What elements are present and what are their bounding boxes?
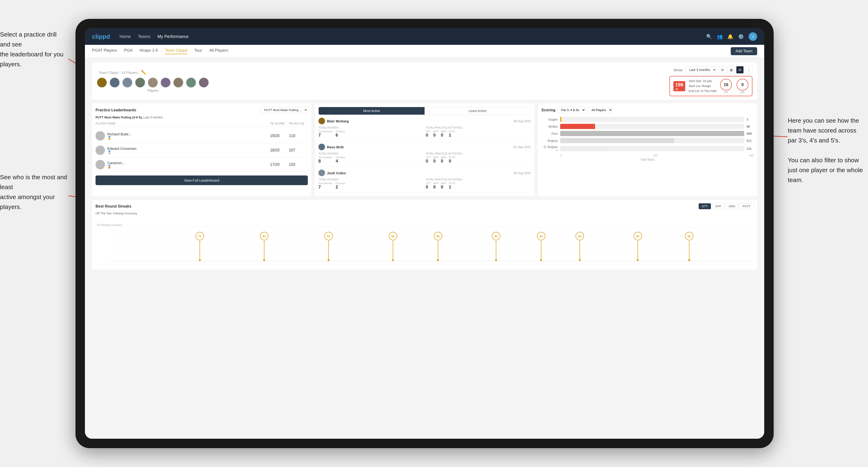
nav-link-teams[interactable]: Teams (138, 34, 151, 39)
player-badge-2: 🥈 (107, 151, 136, 154)
sort-icon[interactable]: ↕ (745, 66, 752, 73)
player-avatar-3 (122, 77, 132, 88)
view-full-leaderboard-button[interactable]: View Full Leaderboard (96, 176, 308, 185)
tablet-frame: clippd Home Teams My Performance 🔍 👥 🔔 ⚙… (75, 19, 774, 448)
activity-header-3: Josh Coles 26 Aug 2023 (318, 169, 531, 176)
navbar: clippd Home Teams My Performance 🔍 👥 🔔 ⚙… (85, 28, 764, 45)
shot-score-badge: 198 sc (673, 81, 685, 91)
player-badge-3: 🥉 (107, 165, 125, 168)
streak-line (638, 240, 638, 259)
practice-col-1: Practice 6 (336, 130, 345, 138)
subnav-allplayers[interactable]: All Players (209, 48, 228, 54)
player-info-1: Richard Butle... 🏅 (96, 131, 270, 141)
streaks-title: Best Round Streaks (96, 204, 131, 209)
streak-circle: 4x (576, 232, 584, 240)
streaks-filter-btns: OTT APP ARG PUTT (699, 203, 753, 209)
streak-circle: 5x (389, 232, 397, 240)
bar-fill-pars (560, 131, 744, 136)
tournament-col-1: Tournament 7 (318, 130, 332, 138)
bar-value-bogeys: 311 (747, 139, 753, 143)
streak-circle: 3x (685, 232, 693, 240)
streak-line (438, 240, 438, 259)
app-col-1: APP 0 (433, 130, 438, 138)
bar-label-birdies: Birdies (541, 125, 558, 128)
streaks-filter-arg[interactable]: ARG (725, 203, 738, 209)
show-label: Show: (673, 68, 683, 72)
streak-circle: 6x (260, 232, 269, 240)
settings-icon[interactable]: ⚙️ (738, 34, 744, 39)
chart-xlabel: Total Shots (541, 158, 753, 161)
nav-link-home[interactable]: Home (120, 34, 131, 39)
bar-container-pars (560, 131, 744, 136)
player-avatar-sm-3 (96, 160, 105, 169)
scoring-filter-pars[interactable]: Par 3, 4 & 5s Par 3s Par 4s Par 5s (558, 107, 586, 113)
player-avatar-sm-2 (96, 146, 105, 155)
bar-row-pars: Pars 499 (541, 131, 753, 136)
leaderboard-row: Richard Butle... 🏅 19/20 110 (96, 129, 308, 143)
scoring-card: Scoring Par 3, 4 & 5s Par 3s Par 4s Par … (538, 103, 757, 196)
least-active-tab[interactable]: Least Active (425, 107, 530, 115)
practice-activities-group-3: Total Practice Activities OTT 0 APP 0 (426, 178, 531, 190)
activity-card: Most Active Least Active Blair McHarg 26… (315, 103, 534, 196)
list-view-icon[interactable]: ▦ (727, 66, 735, 73)
bronze-badge-icon: 🥉 (107, 165, 111, 168)
streaks-points: 7x6x6x5x5x4x4x4x3x3x (110, 219, 753, 261)
grid-view-icon[interactable]: ⊞ (719, 66, 726, 73)
detail-view-icon[interactable]: ⊟ (736, 66, 744, 73)
ott-col-1: OTT 0 (426, 130, 431, 138)
streaks-subtitle: Off The Tee, Fairway Accuracy (96, 212, 753, 215)
avatar[interactable]: U (749, 32, 757, 41)
avg-score-1: 110 (289, 134, 308, 138)
leaderboard-row-2: Edward Crossman 🥈 18/20 107 (96, 143, 308, 158)
rounds-cols-3: Tournament 7 Practice 2 (318, 182, 423, 190)
practice-col-2: Practice 4 (336, 156, 345, 164)
subnav-hcaps[interactable]: Hcaps 1-5 (140, 48, 158, 54)
streak-circle: 7x (195, 232, 204, 240)
subnav-pga[interactable]: PGA (124, 48, 132, 54)
player-avatar-6 (160, 77, 171, 88)
activity-player-row-1: Blair McHarg 26 Aug 2023 Total Rounds To… (318, 115, 531, 141)
subnav-tour[interactable]: Tour (194, 48, 202, 54)
streak-line (580, 240, 580, 259)
subnav-pgat[interactable]: PGAT Players (92, 48, 117, 54)
player-avatar-5 (148, 77, 158, 88)
streak-line (393, 240, 393, 259)
streak-circle: 5x (434, 232, 442, 240)
bar-value-eagles: 3 (747, 118, 753, 121)
rounds-cols-1: Tournament 7 Practice 6 (318, 130, 423, 138)
shot-yds: 16 yds 0 yds (720, 79, 748, 93)
streak-point: 3x (685, 232, 693, 261)
streaks-filter-putt[interactable]: PUTT (739, 203, 753, 209)
streak-line (496, 240, 496, 259)
people-icon[interactable]: 👥 (717, 34, 723, 39)
bell-icon[interactable]: 🔔 (727, 34, 733, 39)
nav-link-myperformance[interactable]: My Performance (158, 34, 189, 39)
streak-point: 6x (260, 232, 269, 261)
nav-links: Home Teams My Performance (120, 34, 706, 39)
activity-avatar-2 (318, 144, 325, 150)
streak-point: 5x (389, 232, 397, 261)
tablet-screen: clippd Home Teams My Performance 🔍 👥 🔔 ⚙… (85, 28, 764, 439)
player-info-2: Edward Crossman 🥈 (96, 146, 270, 155)
player-avatar-9 (198, 77, 209, 88)
axis-line (110, 261, 753, 261)
scoring-filter-players[interactable]: All Players (588, 107, 613, 113)
bar-row-bogeys: Bogeys 311 (541, 138, 753, 143)
drill-select[interactable]: PUTT Must Make Putting ... (261, 107, 308, 113)
streak-point: 5x (434, 232, 442, 261)
streaks-filter-app[interactable]: APP (712, 203, 724, 209)
search-icon[interactable]: 🔍 (706, 34, 712, 39)
most-active-tab[interactable]: Most Active (319, 107, 425, 115)
avg-score-2: 107 (289, 148, 308, 152)
prac-cols-3: OTT 0 APP 0 ARG 0 (426, 182, 531, 190)
nav-logo: clippd (92, 33, 110, 40)
streaks-filter-ott[interactable]: OTT (699, 203, 711, 209)
bar-label-pars: Pars (541, 132, 558, 135)
edit-icon[interactable]: ✏️ (141, 70, 146, 75)
bar-chart: Eagles 3 Birdies 96 (541, 117, 753, 161)
subnav-teamclippd[interactable]: Team Clippd (165, 48, 187, 54)
player-avatar-8 (186, 77, 196, 88)
add-team-button[interactable]: Add Team (731, 47, 757, 55)
show-select[interactable]: Last 3 months Last 6 months Last year (686, 66, 716, 73)
score-2: 18/20 (270, 148, 289, 152)
